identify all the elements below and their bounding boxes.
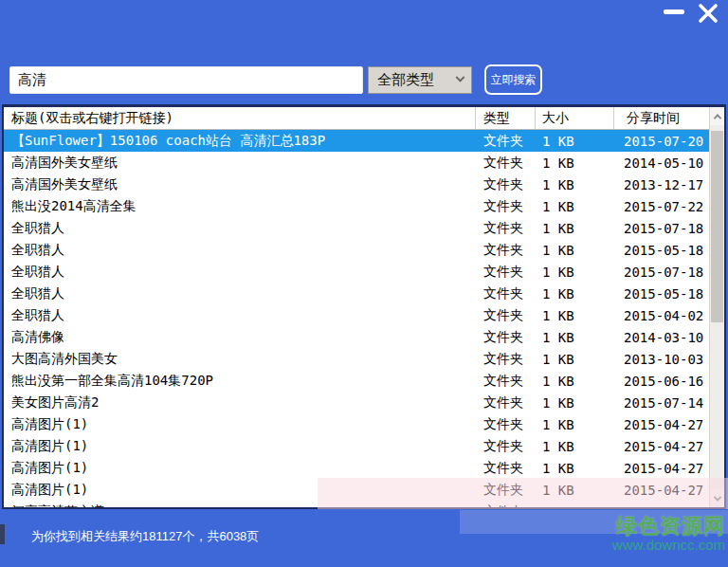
row-date: 2015-05-18 [614,243,709,258]
row-date: 2015-07-20 [614,134,709,149]
row-date: 2015-04-02 [614,308,709,323]
row-size: 1 KB [536,177,614,192]
row-size: 1 KB [536,308,614,323]
row-date: 2013-10-03 [614,352,709,367]
row-type: 文件夹 [476,460,536,477]
row-type: 文件夹 [476,373,536,390]
table-row[interactable]: 全职猎人 文件夹 1 KB 2015-07-18 [4,261,709,283]
row-type: 文件夹 [476,198,536,215]
row-title: 高清国外美女壁纸 [4,176,476,193]
row-size: 1 KB [536,374,614,389]
column-header-size[interactable]: 大小 [536,107,614,129]
row-title: 高清国外美女壁纸 [4,155,476,172]
table-row[interactable]: 高清图片(1) 文件夹 1 KB 2015-04-27 [4,413,709,435]
table-row[interactable]: 高清佛像 文件夹 1 KB 2014-03-10 [4,326,709,348]
chevron-up-icon [713,114,720,121]
close-icon [698,3,719,24]
watermark-blob [460,510,728,534]
row-title: 高清图片(1) [4,460,476,477]
row-size: 1 KB [536,265,614,280]
row-type: 文件夹 [476,220,536,237]
row-size: 1 KB [536,330,614,345]
row-type: 文件夹 [476,307,536,324]
column-header-date[interactable]: 分享时间 [614,107,709,129]
row-size: 1 KB [536,155,614,171]
table-row[interactable]: 高清国外美女壁纸 文件夹 1 KB 2014-05-10 [4,152,709,174]
row-size: 1 KB [536,352,614,367]
table-row[interactable]: 全职猎人 文件夹 1 KB 2015-04-02 [4,304,709,326]
table-header: 标题(双击或右键打开链接) 类型 大小 分享时间 [4,107,709,130]
row-title: 全职猎人 [4,285,476,302]
type-select-dropdown[interactable]: 全部类型 [368,66,472,94]
minimize-button[interactable] [664,9,684,14]
close-button[interactable] [695,0,721,27]
row-title: 美女图片高清2 [4,394,476,412]
table-row[interactable]: 大图高清外国美女 文件夹 1 KB 2013-10-03 [4,348,709,370]
row-size: 1 KB [536,286,614,302]
table-rows: 【SunFlower】150106 coach站台 高清汇总183P 文件夹 1… [4,130,709,507]
table-row[interactable]: 高清国外美女壁纸 文件夹 1 KB 2013-12-17 [4,174,709,195]
row-size: 1 KB [536,439,614,454]
scrollbar-thumb[interactable] [711,131,723,322]
row-date: 2015-05-18 [614,286,709,302]
row-type: 文件夹 [476,438,536,455]
table-row[interactable]: 熊出没第一部全集高清104集720P 文件夹 1 KB 2015-06-16 [4,370,709,392]
edge-artifact [0,524,5,544]
watermark-blob [318,478,728,509]
row-size: 1 KB [536,417,614,432]
row-type: 文件夹 [476,394,536,412]
row-size: 1 KB [536,134,614,149]
table-row[interactable]: 美女图片高清2 文件夹 1 KB 2015-07-14 [4,392,709,413]
search-input[interactable] [9,66,363,94]
table-row[interactable]: 全职猎人 文件夹 1 KB 2015-05-18 [4,283,709,304]
row-date: 2015-04-27 [614,417,709,432]
row-title: 全职猎人 [4,220,476,237]
row-type: 文件夹 [476,176,536,193]
row-date: 2015-04-27 [614,461,709,476]
row-date: 2015-07-18 [614,221,709,236]
table-row[interactable]: 全职猎人 文件夹 1 KB 2015-05-18 [4,239,709,261]
row-date: 2015-07-18 [614,265,709,280]
row-title: 高清佛像 [4,329,476,346]
row-date: 2014-03-10 [614,330,709,345]
row-title: 熊出没2014高清全集 [4,198,476,215]
row-title: 大图高清外国美女 [4,351,476,368]
column-header-title[interactable]: 标题(双击或右键打开链接) [4,107,476,129]
table-row[interactable]: 高清图片(1) 文件夹 1 KB 2015-04-27 [4,457,709,479]
row-size: 1 KB [536,199,614,214]
row-type: 文件夹 [476,155,536,172]
row-title: 全职猎人 [4,242,476,259]
row-size: 1 KB [536,243,614,258]
row-type: 文件夹 [476,329,536,346]
vertical-scrollbar[interactable] [709,107,724,507]
search-button[interactable]: 立即搜索 [484,64,542,95]
table-row[interactable]: 【SunFlower】150106 coach站台 高清汇总183P 文件夹 1… [4,130,709,152]
row-size: 1 KB [536,395,614,411]
row-date: 2013-12-17 [614,177,709,192]
watermark-url: www.downcc.com [612,538,725,554]
row-title: 熊出没第一部全集高清104集720P [4,373,476,390]
scroll-up-button[interactable] [710,107,724,125]
row-type: 文件夹 [476,285,536,302]
row-date: 2015-07-22 [614,199,709,214]
row-date: 2015-06-16 [614,374,709,389]
row-title: 高清图片(1) [4,416,476,433]
chevron-down-icon [456,73,465,82]
row-type: 文件夹 [476,242,536,259]
table-row[interactable]: 熊出没2014高清全集 文件夹 1 KB 2015-07-22 [4,195,709,217]
row-date: 2015-07-14 [614,395,709,411]
table-row[interactable]: 高清图片(1) 文件夹 1 KB 2015-04-27 [4,435,709,457]
row-type: 文件夹 [476,351,536,368]
row-size: 1 KB [536,461,614,476]
row-size: 1 KB [536,221,614,236]
row-type: 文件夹 [476,416,536,433]
row-title: 全职猎人 [4,264,476,281]
row-date: 2015-04-27 [614,439,709,454]
row-type: 文件夹 [476,133,536,150]
column-header-type[interactable]: 类型 [476,107,536,129]
type-select-value: 全部类型 [377,71,434,89]
row-date: 2014-05-10 [614,155,709,171]
table-row[interactable]: 全职猎人 文件夹 1 KB 2015-07-18 [4,217,709,239]
row-title: 【SunFlower】150106 coach站台 高清汇总183P [4,133,476,150]
row-type: 文件夹 [476,264,536,281]
